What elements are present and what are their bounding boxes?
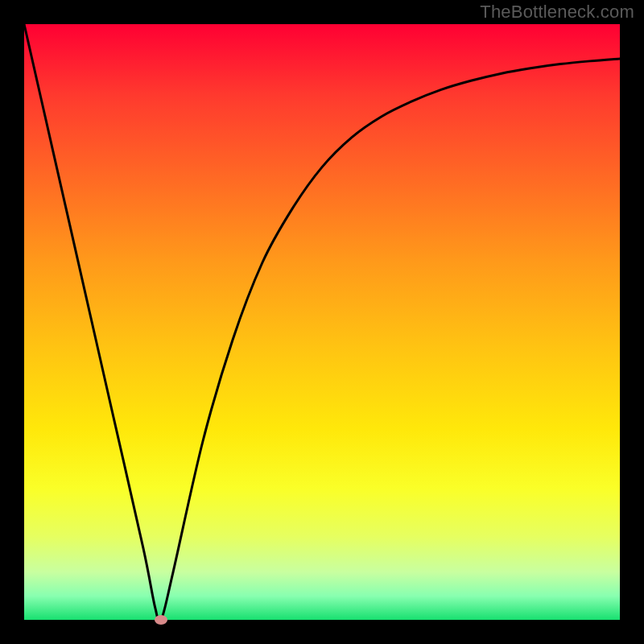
bottleneck-curve bbox=[24, 24, 620, 620]
optimal-point-marker bbox=[155, 615, 167, 625]
curve-svg bbox=[24, 24, 620, 620]
plot-area bbox=[24, 24, 620, 620]
chart-frame: TheBottleneck.com bbox=[0, 0, 644, 644]
watermark-text: TheBottleneck.com bbox=[480, 2, 634, 23]
